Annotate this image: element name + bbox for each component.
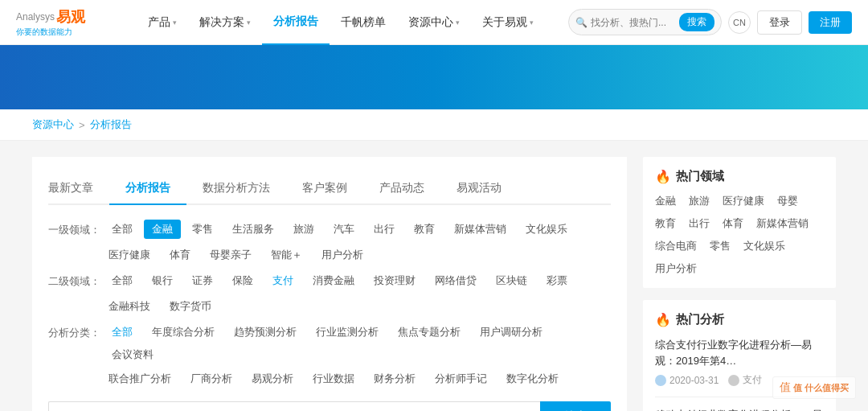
tag-type-monitoring[interactable]: 行业监测分析 xyxy=(308,323,387,342)
tag-type-conference[interactable]: 会议资料 xyxy=(104,345,162,364)
bottom-search-bar: 搜索 xyxy=(48,401,611,411)
tag-user-analysis[interactable]: 用户分析 xyxy=(313,245,371,265)
tag-type-joint[interactable]: 联合推广分析 xyxy=(100,369,179,388)
tag-type-yiguan[interactable]: 易观分析 xyxy=(244,369,301,388)
breadcrumb-current: 分析报告 xyxy=(90,117,132,132)
hot-tag-babycare[interactable]: 母婴 xyxy=(777,194,798,208)
hot-tag-retail[interactable]: 零售 xyxy=(710,239,731,253)
hot-tag-education[interactable]: 教育 xyxy=(655,216,676,231)
breadcrumb-home[interactable]: 资源中心 xyxy=(32,117,74,132)
tag-education[interactable]: 教育 xyxy=(406,220,443,239)
tag-lottery[interactable]: 彩票 xyxy=(538,271,575,290)
search-button[interactable]: 搜索 xyxy=(679,13,714,31)
tag-securities[interactable]: 证券 xyxy=(184,271,221,290)
tag-type-vendor[interactable]: 厂商分析 xyxy=(182,369,240,388)
header: Analysys 易观 你要的数据能力 产品▾ 解决方案▾ 分析报告 千帆榜单 … xyxy=(0,0,868,45)
tag-sports[interactable]: 体育 xyxy=(162,245,199,265)
fire-icon: 🔥 xyxy=(655,169,671,184)
nav-item-rank[interactable]: 千帆榜单 xyxy=(330,0,397,45)
logo-analysys: Analysys xyxy=(16,11,55,23)
tag-insurance[interactable]: 保险 xyxy=(224,271,261,290)
tab-events[interactable]: 易观活动 xyxy=(440,173,518,203)
filter-level2: 二级领域： 全部 银行 证券 保险 支付 消费金融 投资理财 网络借贷 区块链 … xyxy=(48,271,611,290)
hot-tag-transport[interactable]: 出行 xyxy=(689,216,710,231)
hot-analysis-title-2[interactable]: 移动支付行业数字化进程分析——易观：2019年第… xyxy=(655,407,824,411)
tab-products[interactable]: 产品动态 xyxy=(363,173,440,203)
hot-analysis-title: 🔥 热门分析 xyxy=(655,312,824,327)
report-search-input[interactable] xyxy=(48,401,540,411)
filter-type-label: 分析分类： xyxy=(48,323,100,340)
tag-babycare[interactable]: 母婴亲子 xyxy=(202,245,260,265)
hot-domain-tags: 金融 旅游 医疗健康 母婴 教育 出行 体育 新媒体营销 综合电商 零售 文化娱… xyxy=(655,194,824,276)
breadcrumb: 资源中心 > 分析报告 xyxy=(32,117,836,132)
tab-latest[interactable]: 最新文章 xyxy=(48,173,109,203)
lang-btn[interactable]: CN xyxy=(728,11,751,34)
hot-tag-finance[interactable]: 金融 xyxy=(655,194,676,208)
login-button[interactable]: 登录 xyxy=(757,10,802,35)
nav-item-about[interactable]: 关于易观▾ xyxy=(471,0,545,45)
filter-type-row2: 联合推广分析 厂商分析 易观分析 行业数据 财务分析 分析师手记 数字化分析 xyxy=(100,369,611,388)
hot-analysis-item-2: 移动支付行业数字化进程分析——易观：2019年第… 2020-03-31 支付 xyxy=(655,407,824,411)
tag-smart[interactable]: 智能＋ xyxy=(263,245,310,265)
tag-transport[interactable]: 出行 xyxy=(366,220,403,239)
tag-type-financial-analysis[interactable]: 财务分析 xyxy=(366,369,424,388)
hot-tag-sports[interactable]: 体育 xyxy=(723,216,743,231)
tag-bank[interactable]: 银行 xyxy=(144,271,181,290)
tag-all-l1[interactable]: 全部 xyxy=(104,220,141,239)
tag-type-annual[interactable]: 年度综合分析 xyxy=(144,323,223,342)
nav-item-report[interactable]: 分析报告 xyxy=(262,0,330,45)
filter-level2-tags: 全部 银行 证券 保险 支付 消费金融 投资理财 网络借贷 区块链 彩票 xyxy=(104,271,575,290)
tag-type-analyst-notes[interactable]: 分析师手记 xyxy=(427,369,495,388)
hot-tag-media-mkt[interactable]: 新媒体营销 xyxy=(756,216,809,231)
tag-payment[interactable]: 支付 xyxy=(264,271,301,290)
register-button[interactable]: 注册 xyxy=(809,11,852,34)
report-search-button[interactable]: 搜索 xyxy=(540,401,611,411)
tab-cases[interactable]: 客户案例 xyxy=(286,173,363,203)
tag-life[interactable]: 生活服务 xyxy=(224,220,282,239)
tag-all-l2[interactable]: 全部 xyxy=(104,271,141,290)
tag-icon xyxy=(728,375,739,386)
tag-medical[interactable]: 医疗健康 xyxy=(100,245,158,265)
tag-type-all[interactable]: 全部 xyxy=(104,323,141,342)
tag-type-trend[interactable]: 趋势预测分析 xyxy=(226,323,305,342)
nav-item-solution[interactable]: 解决方案▾ xyxy=(188,0,262,45)
hot-tag-culture[interactable]: 文化娱乐 xyxy=(743,239,785,253)
watermark-icon: 值 xyxy=(780,380,791,395)
search-input[interactable] xyxy=(591,17,679,28)
tag-auto[interactable]: 汽车 xyxy=(326,220,362,239)
tag-investment[interactable]: 投资理财 xyxy=(366,271,424,290)
nav-item-resources[interactable]: 资源中心▾ xyxy=(397,0,471,45)
tag-type-industry-data[interactable]: 行业数据 xyxy=(305,369,362,388)
tag-type-digital[interactable]: 数字化分析 xyxy=(498,369,567,388)
filter-level1-label: 一级领域： xyxy=(48,220,100,237)
hot-analysis-title-1[interactable]: 综合支付行业数字化进程分析—易观：2019年第4… xyxy=(655,337,824,368)
tag-travel[interactable]: 旅游 xyxy=(285,220,322,239)
tag-fintech[interactable]: 金融科技 xyxy=(100,297,158,316)
tab-analysis[interactable]: 分析报告 xyxy=(109,173,186,205)
tag-consumer-finance[interactable]: 消费金融 xyxy=(305,271,362,290)
breadcrumb-bar: 资源中心 > 分析报告 xyxy=(0,109,868,141)
logo-yiguan: 易观 xyxy=(56,7,85,27)
header-right: 🔍 搜索 CN 登录 注册 xyxy=(568,9,852,35)
hot-tag-medical[interactable]: 医疗健康 xyxy=(723,194,764,208)
tag-digital-currency[interactable]: 数字货币 xyxy=(162,297,219,316)
main-nav: 产品▾ 解决方案▾ 分析报告 千帆榜单 资源中心▾ 关于易观▾ xyxy=(137,0,568,45)
calendar-icon xyxy=(655,375,666,386)
tag-culture[interactable]: 文化娱乐 xyxy=(518,220,575,239)
nav-item-product[interactable]: 产品▾ xyxy=(137,0,188,45)
hot-tag-user-analysis[interactable]: 用户分析 xyxy=(655,261,697,276)
tag-type-user-research[interactable]: 用户调研分析 xyxy=(472,323,551,342)
hot-tag-ecommerce[interactable]: 综合电商 xyxy=(655,239,697,253)
hot-tag-travel[interactable]: 旅游 xyxy=(689,194,710,208)
tag-finance[interactable]: 金融 xyxy=(144,220,181,239)
tag-retail[interactable]: 零售 xyxy=(184,220,221,239)
sidebar-right: 🔥 热门领域 金融 旅游 医疗健康 母婴 教育 出行 体育 新媒体营销 综合电商… xyxy=(643,157,836,411)
tab-methods[interactable]: 数据分析方法 xyxy=(186,173,286,203)
tag-type-focus[interactable]: 焦点专题分析 xyxy=(390,323,469,342)
tag-lending[interactable]: 网络借贷 xyxy=(427,271,485,290)
tag-blockchain[interactable]: 区块链 xyxy=(488,271,535,290)
tag-media-marketing[interactable]: 新媒体营销 xyxy=(446,220,514,239)
tab-bar: 最新文章 分析报告 数据分析方法 客户案例 产品动态 易观活动 xyxy=(48,173,611,205)
search-box: 🔍 搜索 xyxy=(568,9,722,35)
logo[interactable]: Analysys 易观 你要的数据能力 xyxy=(16,7,113,38)
